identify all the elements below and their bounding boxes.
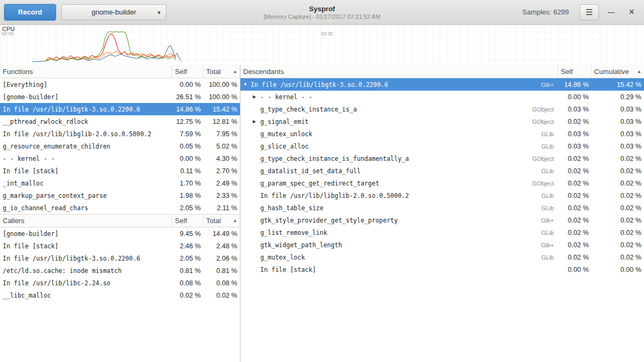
- column-header-descendants[interactable]: Descendants: [240, 65, 558, 78]
- self-percent: 0.00 %: [558, 266, 591, 274]
- function-name: __pthread_rwlock_rdlock: [0, 118, 172, 125]
- total-percent: 0.08 %: [203, 279, 240, 287]
- function-name: In file /usr/lib/libc-2.24.so: [0, 279, 172, 287]
- tree-row[interactable]: g_slice_allocGLib0.03 %0.03 %: [240, 140, 644, 152]
- tree-row[interactable]: g_type_check_instance_is_fundamentally_a…: [240, 152, 644, 165]
- menu-button[interactable]: ☰: [580, 4, 599, 20]
- table-row[interactable]: In file /usr/lib/libgtk-3.so.0.2200.614.…: [0, 103, 240, 115]
- descendants-table: ▼In file /usr/lib/libgtk-3.so.0.2200.6Gt…: [240, 78, 644, 276]
- descendants-table-header: Descendants Self Cumulative ▲: [240, 65, 644, 78]
- tree-row[interactable]: ▶g_signal_emitGObject0.02 %0.03 %: [240, 115, 644, 128]
- cpu-line-green: [46, 32, 176, 61]
- self-percent: 0.05 %: [172, 143, 203, 150]
- table-row[interactable]: g_io_channel_read_chars2.05 %2.11 %: [0, 202, 240, 214]
- self-percent: 0.02 %: [558, 204, 591, 212]
- tree-row[interactable]: In file /usr/lib/libglib-2.0.so.0.5000.2…: [240, 189, 644, 202]
- column-label: Self: [561, 68, 573, 76]
- record-button[interactable]: Record: [4, 4, 56, 20]
- function-name: - - kernel - -: [0, 155, 172, 162]
- table-row[interactable]: [Everything]0.00 %100.00 %: [0, 78, 240, 91]
- tree-row[interactable]: gtk_style_provider_get_style_propertyGtk…: [240, 214, 644, 226]
- library-tag: GObject: [526, 119, 558, 125]
- time-label-mid: 00:30: [321, 31, 333, 36]
- tree-name-cell: In file [stack]: [240, 266, 558, 274]
- function-name: g_markup_parse_context_parse: [0, 192, 172, 200]
- expander-collapsed-icon[interactable]: ▶: [253, 94, 260, 99]
- tree-name-cell: g_type_check_instance_is_aGObject: [240, 106, 558, 113]
- self-percent: 9.45 %: [172, 230, 203, 238]
- table-row[interactable]: In file [stack]0.11 %2.70 %: [0, 165, 240, 177]
- tree-row[interactable]: g_mutex_unlockGLib0.03 %0.03 %: [240, 128, 644, 140]
- self-percent: 0.81 %: [172, 267, 203, 275]
- main-content: Functions Self Total ▲ [Everything]0.00 …: [0, 65, 644, 362]
- expander-collapsed-icon[interactable]: ▶: [253, 119, 260, 124]
- table-row[interactable]: __libc_malloc0.02 %0.02 %: [0, 289, 240, 301]
- tree-row[interactable]: g_param_spec_get_redirect_targetGObject0…: [240, 177, 644, 189]
- table-row[interactable]: - - kernel - -0.00 %4.30 %: [0, 152, 240, 165]
- table-row[interactable]: In file /usr/lib/libgtk-3.so.0.2200.62.0…: [0, 252, 240, 264]
- minimize-button[interactable]: —: [603, 4, 619, 20]
- sort-arrow-icon: ▲: [637, 69, 641, 74]
- table-row[interactable]: g_resource_enumerate_children0.05 %5.02 …: [0, 140, 240, 152]
- cpu-graph[interactable]: CPU 00:00 00:30: [0, 25, 644, 65]
- function-name: /etc/ld.so.cache: inode mismatch: [0, 267, 172, 275]
- table-row[interactable]: In file /usr/lib/libc-2.24.so0.08 %0.08 …: [0, 277, 240, 289]
- self-percent: 0.02 %: [558, 192, 591, 200]
- tree-row[interactable]: ▼In file /usr/lib/libgtk-3.so.0.2200.6Gt…: [240, 78, 644, 91]
- total-percent: 0.02 %: [203, 292, 240, 299]
- column-header-self[interactable]: Self: [558, 65, 591, 78]
- cpu-line-red: [46, 34, 176, 61]
- library-tag: GLib: [535, 168, 558, 174]
- tree-name-cell: g_hash_table_sizeGLib: [240, 204, 558, 212]
- function-name: In file [stack]: [0, 167, 172, 175]
- self-percent: 0.02 %: [558, 167, 591, 175]
- tree-row[interactable]: g_hash_table_sizeGLib0.02 %0.02 %: [240, 202, 644, 214]
- self-percent: 0.02 %: [558, 118, 591, 125]
- column-header-callers[interactable]: Callers: [0, 215, 172, 227]
- total-percent: 2.49 %: [203, 180, 240, 187]
- total-percent: 7.95 %: [203, 130, 240, 138]
- table-row[interactable]: g_markup_parse_context_parse1.98 %2.33 %: [0, 189, 240, 202]
- tree-row[interactable]: g_list_remove_linkGLib0.02 %0.02 %: [240, 226, 644, 239]
- tree-row[interactable]: ▶- - kernel - -0.00 %0.29 %: [240, 91, 644, 103]
- column-header-self[interactable]: Self: [172, 215, 203, 227]
- self-percent: 0.02 %: [172, 292, 203, 299]
- tree-name-cell: gtk_widget_path_lengthGtk+: [240, 241, 558, 249]
- tree-row[interactable]: gtk_widget_path_lengthGtk+0.02 %0.02 %: [240, 239, 644, 251]
- function-name: - - kernel - -: [260, 93, 312, 101]
- tree-row[interactable]: g_mutex_lockGLib0.02 %0.02 %: [240, 251, 644, 263]
- close-button[interactable]: ×: [624, 4, 640, 20]
- table-row[interactable]: In file [stack]2.46 %2.48 %: [0, 240, 240, 252]
- table-row[interactable]: /etc/ld.so.cache: inode mismatch0.81 %0.…: [0, 264, 240, 277]
- table-row[interactable]: In file /usr/lib/libglib-2.0.so.0.5000.2…: [0, 128, 240, 140]
- column-header-total[interactable]: Total ▲: [203, 65, 240, 78]
- function-name: In file [stack]: [0, 242, 172, 250]
- column-label: Cumulative: [594, 68, 629, 76]
- function-name: g_param_spec_get_redirect_target: [260, 180, 379, 187]
- table-row[interactable]: _int_malloc1.70 %2.49 %: [0, 177, 240, 189]
- column-header-cumulative[interactable]: Cumulative ▲: [591, 65, 644, 78]
- table-row[interactable]: __pthread_rwlock_rdlock12.75 %12.81 %: [0, 115, 240, 128]
- process-selector-dropdown[interactable]: gnome-builder ▾: [61, 4, 166, 20]
- table-row[interactable]: [gnome-builder]9.45 %14.49 %: [0, 227, 240, 240]
- function-name: g_type_check_instance_is_fundamentally_a: [260, 155, 409, 162]
- table-row[interactable]: [gnome-builder]26.51 %100.00 %: [0, 91, 240, 103]
- column-header-total[interactable]: Total ▲: [203, 215, 240, 227]
- cumulative-percent: 15.42 %: [591, 81, 644, 88]
- function-name: g_hash_table_size: [260, 204, 324, 212]
- function-name: g_datalist_id_set_data_full: [260, 167, 361, 175]
- expander-expanded-icon[interactable]: ▼: [243, 82, 251, 87]
- function-name: gtk_widget_path_length: [260, 241, 342, 249]
- tree-name-cell: g_datalist_id_set_data_fullGLib: [240, 167, 558, 175]
- tree-row[interactable]: g_datalist_id_set_data_fullGLib0.02 %0.0…: [240, 165, 644, 177]
- column-header-self[interactable]: Self: [172, 65, 203, 78]
- function-name: g_io_channel_read_chars: [0, 204, 172, 212]
- tree-row[interactable]: In file [stack]0.00 %0.00 %: [240, 263, 644, 276]
- tree-row[interactable]: g_type_check_instance_is_aGObject0.03 %0…: [240, 103, 644, 115]
- function-name: g_signal_emit: [260, 118, 309, 125]
- library-tag: GLib: [535, 131, 558, 137]
- self-percent: 1.98 %: [172, 192, 203, 200]
- column-header-functions[interactable]: Functions: [0, 65, 172, 78]
- function-name: __libc_malloc: [0, 292, 172, 299]
- tree-name-cell: ▶g_signal_emitGObject: [240, 118, 558, 125]
